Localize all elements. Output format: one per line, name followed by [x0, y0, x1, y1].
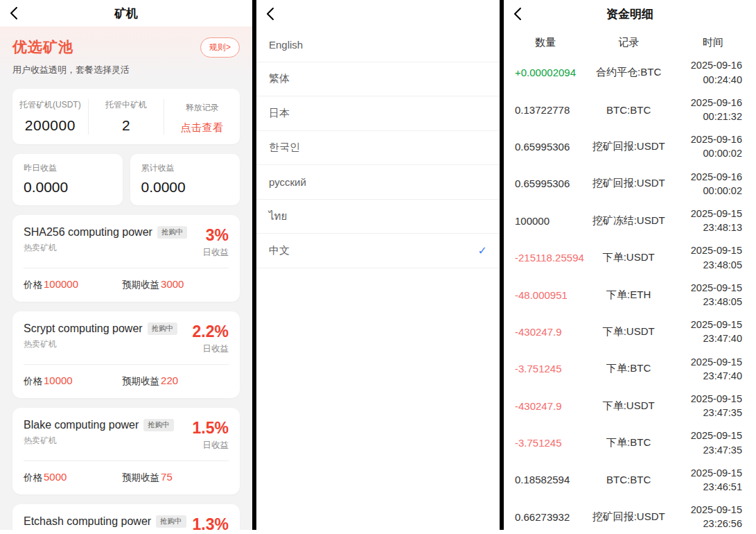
language-list: English 繁体 日本 한국인 русский ไทย — [256, 28, 500, 268]
status-badge: 抢购中 — [156, 515, 186, 528]
language-item-japanese[interactable]: 日本 — [256, 96, 500, 131]
language-item-english[interactable]: English — [256, 28, 500, 62]
fund-row: -215118.25594下单:USDT2025-09-1523:48:05 — [504, 239, 756, 276]
expected-label: 预期收益 — [122, 376, 159, 386]
divider — [24, 460, 229, 461]
stat-hosted-count: 托管中矿机 2 — [88, 99, 164, 135]
product-bottom: 价格10000 预期收益220 — [24, 374, 229, 388]
product-card-blake[interactable]: Blake computing power抢购中 热卖矿机 1.5% 日收益 价… — [12, 408, 240, 494]
fund-record: 挖矿回报:USDT — [587, 510, 670, 524]
fund-record: 挖矿回报:USDT — [587, 140, 670, 153]
stat-label: 托管矿机(USDT) — [15, 99, 85, 111]
product-name: Blake computing power — [24, 419, 139, 431]
language-label: 한국인 — [269, 141, 300, 154]
language-label: 日本 — [269, 107, 290, 120]
language-item-traditional[interactable]: 繁体 — [256, 62, 500, 97]
fund-time: 2025-09-1600:00:02 — [670, 170, 756, 198]
expected-value: 75 — [161, 471, 173, 483]
fund-time: 2025-09-1600:24:40 — [670, 58, 756, 87]
back-icon[interactable] — [10, 6, 25, 21]
daily-rate: 2.2% — [193, 322, 229, 341]
header-amount: 数量 — [504, 36, 587, 49]
fund-record: 下单:USDT — [587, 399, 670, 413]
fund-amount: 0.66273932 — [504, 511, 587, 523]
page-title: 资金明细 — [606, 6, 653, 22]
fund-time: 2025-09-1523:48:05 — [670, 243, 756, 272]
daily-rate: 1.3% — [193, 515, 229, 530]
fund-amount: -3.751245 — [504, 437, 587, 449]
header-time: 时间 — [670, 36, 756, 49]
fund-row: -3.751245下单:BTC2025-09-1523:47:35 — [504, 424, 756, 461]
fund-record: 合约平仓:BTC — [587, 66, 670, 79]
stat-value: 200000 — [15, 117, 85, 134]
product-tag: 热卖矿机 — [24, 435, 174, 447]
price-value: 10000 — [44, 374, 73, 386]
divider — [24, 364, 229, 365]
stat-label: 托管中矿机 — [91, 99, 161, 111]
miner-navbar: 矿机 — [0, 0, 252, 26]
funds-table-header: 数量 记录 时间 — [504, 31, 756, 54]
fund-record: 下单:ETH — [587, 288, 670, 302]
status-badge: 抢购中 — [148, 322, 178, 335]
product-tag: 热卖矿机 — [24, 338, 177, 350]
back-icon[interactable] — [266, 6, 281, 21]
fund-record: 下单:BTC — [587, 362, 670, 375]
fund-amount: -215118.25594 — [504, 252, 587, 264]
fund-amount: -430247.9 — [504, 400, 587, 412]
fund-record: 下单:BTC — [587, 436, 670, 449]
product-name: SHA256 computing power — [24, 226, 152, 238]
stat-release-record: 释放记录 点击查看 — [164, 99, 240, 135]
fund-row: 0.18582594BTC:BTC2025-09-1523:46:51 — [504, 461, 756, 498]
product-card-sha256[interactable]: SHA256 computing power抢购中 热卖矿机 3% 日收益 价格… — [12, 215, 240, 302]
fund-time: 2025-09-1523:48:05 — [670, 281, 756, 309]
back-icon[interactable] — [513, 6, 529, 21]
fund-record: 挖矿回报:USDT — [587, 177, 670, 190]
funds-table-body: +0.00002094合约平仓:BTC2025-09-1600:24:400.1… — [504, 54, 756, 530]
language-label: русский — [269, 176, 306, 188]
fund-row: +0.00002094合约平仓:BTC2025-09-1600:24:40 — [504, 54, 756, 91]
funds-screen: 资金明细 数量 记录 时间 +0.00002094合约平仓:BTC2025-09… — [504, 0, 756, 530]
income-label: 累计收益 — [141, 162, 229, 174]
daily-rate-label: 日收益 — [193, 440, 229, 451]
header-record: 记录 — [587, 36, 670, 49]
stat-label: 释放记录 — [186, 102, 219, 114]
fund-time: 2025-09-1600:00:02 — [670, 132, 756, 161]
language-item-russian[interactable]: русский — [256, 165, 500, 200]
fund-row: -3.751245下单:BTC2025-09-1523:47:40 — [504, 350, 756, 387]
language-screen: English 繁体 日本 한국인 русский ไทย — [256, 0, 500, 530]
miner-screen: 矿机 优选矿池 规则> 用户收益透明，套餐选择灵活 托管矿机(USDT) 200… — [0, 0, 252, 530]
fund-row: 0.13722778BTC:BTC2025-09-1600:21:32 — [504, 91, 756, 128]
expected-value: 220 — [161, 374, 178, 386]
fund-time: 2025-09-1523:47:40 — [670, 355, 756, 384]
fund-time: 2025-09-1523:47:35 — [670, 429, 756, 457]
language-item-thai[interactable]: ไทย — [256, 200, 500, 234]
hosting-stats-card: 托管矿机(USDT) 200000 托管中矿机 2 释放记录 点击查看 — [12, 89, 240, 144]
language-item-korean[interactable]: 한국인 — [256, 131, 500, 166]
price-value: 100000 — [44, 278, 78, 290]
product-card-etchash[interactable]: Etchash computing power抢购中 热卖矿机 1.3% 日收益… — [12, 504, 240, 530]
product-bottom: 价格100000 预期收益3000 — [24, 278, 229, 291]
funds-navbar: 资金明细 — [504, 0, 756, 28]
product-top: SHA256 computing power抢购中 热卖矿机 3% 日收益 — [24, 226, 229, 259]
page-title: 矿机 — [114, 6, 138, 21]
view-release-record-link[interactable]: 点击查看 — [167, 121, 237, 135]
product-top: Blake computing power抢购中 热卖矿机 1.5% 日收益 — [24, 419, 229, 451]
fund-time: 2025-09-1523:46:51 — [670, 466, 756, 494]
fund-record: 下单:USDT — [587, 251, 670, 264]
fund-row: 100000挖矿冻结:USDT2025-09-1523:48:13 — [504, 203, 756, 239]
fund-amount: 0.13722778 — [504, 104, 587, 116]
language-label: ไทย — [269, 208, 287, 225]
price-value: 5000 — [44, 471, 67, 483]
fund-amount: 100000 — [504, 215, 587, 227]
product-name: Scrypt computing power — [24, 322, 143, 334]
income-cards: 昨日收益 0.0000 累计收益 0.0000 — [12, 154, 240, 205]
daily-rate-label: 日收益 — [193, 343, 229, 355]
fund-row: -430247.9下单:USDT2025-09-1523:47:40 — [504, 313, 756, 350]
rules-button[interactable]: 规则> — [200, 37, 240, 58]
product-card-scrypt[interactable]: Scrypt computing power抢购中 热卖矿机 2.2% 日收益 … — [12, 311, 240, 398]
language-navbar — [256, 0, 500, 28]
fund-row: 0.65995306挖矿回报:USDT2025-09-1600:00:02 — [504, 165, 756, 202]
language-item-chinese[interactable]: 中文 ✓ — [256, 234, 500, 268]
fund-amount: -430247.9 — [504, 326, 587, 338]
fund-time: 2025-09-1523:26:56 — [670, 503, 756, 530]
